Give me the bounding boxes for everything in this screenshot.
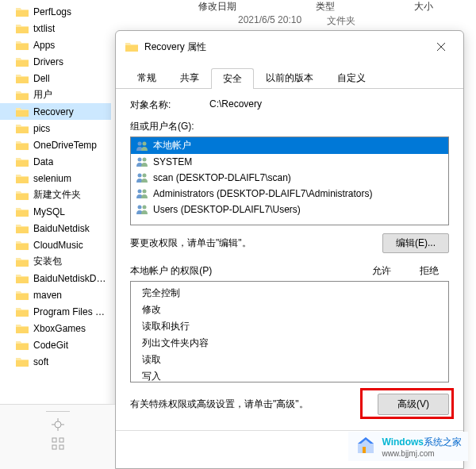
windows-logo-icon	[355, 437, 377, 456]
user-name: SYSTEM	[153, 156, 192, 167]
folder-icon	[16, 140, 29, 151]
user-item[interactable]: scan (DESKTOP-DLAIFL7\scan)	[131, 170, 448, 186]
folder-label: XboxGames	[33, 323, 86, 334]
svg-point-2	[138, 158, 142, 162]
tab[interactable]: 常规	[125, 67, 168, 88]
advanced-button[interactable]: 高级(V)	[378, 394, 449, 415]
folder-item[interactable]: selenium	[0, 170, 111, 186]
folder-icon	[16, 90, 29, 101]
tab[interactable]: 共享	[168, 67, 211, 88]
user-name: scan (DESKTOP-DLAIFL7\scan)	[153, 172, 291, 183]
folder-label: Dell	[33, 73, 50, 84]
folder-item[interactable]: txtlist	[0, 20, 111, 37]
folder-item[interactable]: 用户	[0, 86, 111, 103]
folder-item[interactable]: Data	[0, 153, 111, 170]
svg-point-0	[138, 141, 142, 145]
tab-bar: 常规共享安全以前的版本自定义	[116, 63, 463, 89]
folder-item[interactable]: soft	[0, 353, 111, 370]
folder-item[interactable]: 安装包	[0, 253, 111, 270]
object-name-value: C:\Recovery	[209, 98, 449, 112]
tab[interactable]: 自定义	[325, 67, 378, 88]
svg-point-9	[143, 206, 147, 210]
dialog-title: Recovery 属性	[144, 40, 428, 54]
folder-item[interactable]: CodeGit	[0, 336, 111, 353]
folder-icon	[16, 56, 29, 67]
folder-item[interactable]: Drivers	[0, 53, 111, 70]
users-icon	[136, 187, 148, 200]
permission-item[interactable]: 读取和执行	[131, 318, 448, 335]
folder-label: soft	[33, 356, 48, 367]
folder-item[interactable]: maven	[0, 286, 111, 303]
watermark-url: www.bjjmj.com	[382, 449, 462, 458]
folder-icon	[16, 256, 29, 267]
folder-icon	[16, 190, 29, 201]
folder-icon	[16, 223, 29, 234]
folder-item[interactable]: BaiduNetdiskDownload	[0, 270, 111, 286]
user-list[interactable]: 本地帐户SYSTEMscan (DESKTOP-DLAIFL7\scan)Adm…	[130, 136, 449, 225]
object-name-label: 对象名称:	[130, 98, 209, 112]
folder-label: CloudMusic	[33, 240, 83, 251]
folder-icon	[16, 106, 29, 117]
folder-item[interactable]: 新建文件夹	[0, 186, 111, 203]
permission-item[interactable]: 完全控制	[131, 285, 448, 302]
folder-item[interactable]: Apps	[0, 37, 111, 53]
folder-item[interactable]: XboxGames	[0, 320, 111, 336]
permission-item[interactable]: 读取	[131, 352, 448, 368]
properties-dialog: Recovery 属性 常规共享安全以前的版本自定义 对象名称: C:\Reco…	[115, 30, 464, 469]
target-icon[interactable]	[52, 418, 64, 431]
folder-label: selenium	[33, 173, 71, 184]
folder-label: Apps	[33, 40, 55, 51]
user-name: Users (DESKTOP-DLAIFL7\Users)	[153, 204, 301, 215]
user-item[interactable]: 本地帐户	[131, 137, 448, 154]
col-modified: 修改日期	[198, 0, 236, 13]
close-button[interactable]	[428, 37, 454, 56]
user-item[interactable]: Users (DESKTOP-DLAIFL7\Users)	[131, 202, 448, 217]
folder-icon	[16, 273, 29, 284]
titlebar[interactable]: Recovery 属性	[116, 31, 463, 63]
folder-icon	[16, 306, 29, 317]
user-item[interactable]: Administrators (DESKTOP-DLAIFL7\Administ…	[131, 186, 448, 202]
folder-item[interactable]: CloudMusic	[0, 236, 111, 253]
file-type: 文件夹	[327, 14, 355, 28]
tab[interactable]: 以前的版本	[254, 67, 325, 88]
tab[interactable]: 安全	[211, 68, 254, 89]
folder-item[interactable]: PerfLogs	[0, 3, 111, 20]
svg-point-6	[138, 190, 142, 194]
bottom-toolbar	[0, 404, 115, 469]
svg-point-4	[138, 174, 142, 178]
folder-item[interactable]: BaiduNetdisk	[0, 220, 111, 236]
svg-point-5	[143, 174, 147, 178]
permission-item[interactable]: 修改	[131, 302, 448, 318]
folder-icon	[16, 356, 29, 367]
folder-item[interactable]: Recovery	[0, 103, 111, 120]
perm-allow-header: 允许	[354, 264, 409, 278]
folder-label: txtlist	[33, 23, 55, 34]
folder-icon	[16, 240, 29, 251]
folder-item[interactable]: OneDriveTemp	[0, 136, 111, 153]
users-icon	[136, 203, 148, 216]
folder-item[interactable]: Dell	[0, 70, 111, 86]
folder-label: 用户	[33, 88, 52, 102]
svg-point-1	[143, 141, 147, 145]
grid-icon[interactable]	[52, 437, 64, 450]
user-item[interactable]: SYSTEM	[131, 154, 448, 170]
folder-item[interactable]: MySQL	[0, 203, 111, 220]
file-date: 2021/6/5 20:10	[238, 14, 301, 25]
permission-item[interactable]: 写入	[131, 368, 448, 383]
permission-item[interactable]: 列出文件夹内容	[131, 335, 448, 352]
folder-icon	[16, 123, 29, 134]
svg-rect-14	[60, 445, 63, 449]
group-users-label: 组或用户名(G):	[130, 120, 449, 133]
folder-label: pics	[33, 123, 50, 134]
folder-label: BaiduNetdiskDownload	[33, 273, 108, 284]
folder-label: Data	[33, 156, 53, 167]
svg-rect-12	[60, 438, 63, 442]
folder-label: 新建文件夹	[33, 188, 81, 202]
folder-item[interactable]: Program Files (x86)	[0, 303, 111, 320]
svg-point-8	[138, 206, 142, 210]
folder-label: CodeGit	[33, 340, 68, 351]
permissions-list[interactable]: 完全控制修改读取和执行列出文件夹内容读取写入	[130, 281, 449, 383]
svg-rect-15	[363, 447, 366, 453]
edit-button[interactable]: 编辑(E)...	[382, 233, 449, 253]
folder-item[interactable]: pics	[0, 120, 111, 136]
